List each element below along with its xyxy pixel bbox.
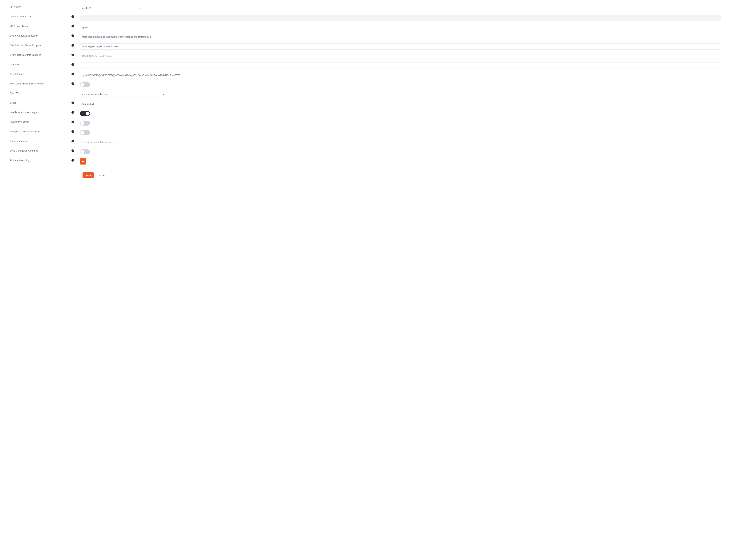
required-marker: * [20, 6, 21, 8]
row-callback-url: OAuth Callback URL : i [10, 15, 721, 21]
label-creds-header: Send client credentials in Header [10, 82, 71, 85]
info-icon[interactable]: i [71, 82, 74, 85]
info-icon[interactable]: i [71, 111, 74, 114]
label-scope: Scope* [10, 101, 71, 104]
prompt-reg-toggle[interactable] [80, 130, 90, 135]
info-icon[interactable]: i [71, 130, 74, 133]
row-send-attrs: Send Configured Attributes i [10, 149, 721, 155]
row-idp-name: IdP Name* Apple ID [10, 5, 721, 11]
show-idp-toggle[interactable] [80, 121, 90, 126]
label-userinfo-ep: OAuth Get User Info Endpoint [10, 53, 71, 56]
label-domain-mapping: Domain Mapping [10, 139, 71, 142]
enable-enduser-toggle[interactable] [80, 111, 90, 116]
info-icon[interactable]: i [71, 140, 74, 142]
required-marker: * [29, 25, 30, 27]
info-icon[interactable]: i [71, 159, 74, 162]
row-show-idp: Show IdP to Users i [10, 120, 721, 126]
client-id-input[interactable] [80, 63, 721, 69]
label-attrs-mapping: Attributes Mapping [10, 158, 71, 162]
required-marker: * [19, 63, 20, 66]
row-token-ep: OAuth Access Token Endpoint* i [10, 43, 721, 50]
label-display-name: IdP Display Name* [10, 24, 71, 27]
label-client-id: Client ID* [10, 63, 71, 66]
row-authorize-ep: OAuth Authorize Endpoint* i [10, 34, 721, 40]
row-attrs-mapping: Attributes Mapping i [10, 158, 721, 165]
row-grant-type: Grant Type: Authorization Code Grant [10, 91, 721, 97]
row-display-name: IdP Display Name* i [10, 24, 721, 30]
row-creds-header: Send client credentials in Header i [10, 82, 721, 88]
callback-url-input [80, 15, 721, 21]
send-attrs-toggle[interactable] [80, 149, 90, 154]
required-marker: * [23, 73, 24, 75]
creds-header-toggle[interactable] [80, 82, 90, 87]
row-client-id: Client ID* i [10, 63, 721, 69]
idp-name-select[interactable]: Apple ID [80, 5, 144, 11]
required-marker: * [41, 44, 42, 47]
scope-input[interactable] [80, 101, 721, 107]
label-callback-url: OAuth Callback URL : [10, 15, 71, 18]
label-idp-name: IdP Name* [10, 5, 71, 8]
form-actions: Save Cancel [83, 172, 721, 178]
info-icon[interactable]: i [71, 25, 74, 27]
info-icon[interactable]: i [71, 34, 74, 37]
info-icon[interactable]: i [71, 121, 74, 123]
label-client-secret: Client Secret* [10, 72, 71, 75]
userinfo-ep-input[interactable] [80, 53, 721, 59]
authorize-ep-input[interactable] [80, 34, 721, 40]
row-domain-mapping: Domain Mapping i [10, 139, 721, 145]
info-icon[interactable]: i [71, 102, 74, 104]
row-prompt-reg: Prompt for User Registration i [10, 130, 721, 136]
info-icon[interactable]: i [71, 54, 74, 56]
client-secret-input[interactable] [80, 72, 721, 78]
label-prompt-reg: Prompt for User Registration [10, 130, 71, 133]
label-authorize-ep: OAuth Authorize Endpoint* [10, 34, 71, 37]
row-client-secret: Client Secret* i [10, 72, 721, 78]
label-send-attrs: Send Configured Attributes [10, 149, 71, 152]
display-name-input[interactable] [80, 24, 144, 30]
grant-type-select[interactable]: Authorization Code Grant [80, 91, 167, 97]
domain-mapping-input[interactable] [80, 139, 721, 145]
row-userinfo-ep: OAuth Get User Info Endpoint i [10, 53, 721, 59]
info-icon[interactable]: i [71, 15, 74, 18]
row-enable-enduser: Enable for EndUser Login i [10, 110, 721, 117]
info-icon[interactable]: i [71, 63, 74, 66]
required-marker: * [16, 102, 17, 104]
cancel-button[interactable]: Cancel [97, 174, 105, 177]
row-scope: Scope* i [10, 101, 721, 107]
label-token-ep: OAuth Access Token Endpoint* [10, 43, 71, 47]
required-marker: * [37, 34, 38, 37]
info-icon[interactable]: i [71, 73, 74, 75]
label-show-idp: Show IdP to Users [10, 120, 71, 123]
info-icon[interactable]: i [71, 149, 74, 152]
token-ep-input[interactable] [80, 43, 721, 50]
save-button[interactable]: Save [83, 172, 94, 178]
add-attribute-button[interactable] [80, 158, 86, 165]
label-grant-type: Grant Type: [10, 91, 71, 95]
label-enable-enduser: Enable for EndUser Login [10, 110, 71, 114]
info-icon[interactable]: i [71, 44, 74, 47]
idp-config-form: IdP Name* Apple ID OAuth Callback URL : … [0, 5, 731, 185]
